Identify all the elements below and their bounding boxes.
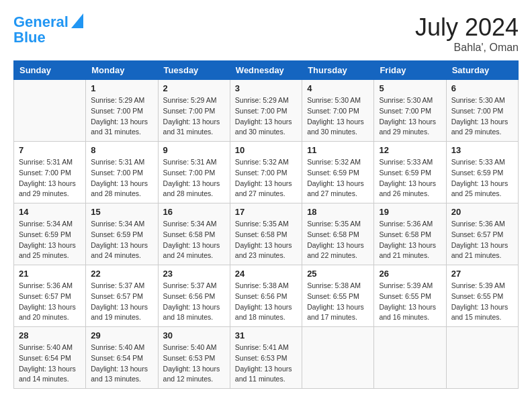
- day-number: 23: [163, 269, 225, 279]
- day-number: 14: [19, 207, 81, 217]
- day-number: 10: [235, 145, 297, 155]
- week-row-1: 1Sunrise: 5:29 AMSunset: 7:00 PMDaylight…: [14, 80, 519, 142]
- day-number: 30: [163, 330, 225, 340]
- calendar-cell: 27Sunrise: 5:39 AMSunset: 6:55 PMDayligh…: [446, 265, 518, 327]
- day-number: 22: [91, 269, 152, 279]
- day-info: Sunrise: 5:36 AMSunset: 6:57 PMDaylight:…: [451, 219, 513, 261]
- day-number: 28: [19, 330, 81, 340]
- day-info: Sunrise: 5:34 AMSunset: 6:59 PMDaylight:…: [91, 219, 152, 261]
- day-info: Sunrise: 5:32 AMSunset: 7:00 PMDaylight:…: [235, 157, 297, 199]
- calendar-cell: 10Sunrise: 5:32 AMSunset: 7:00 PMDayligh…: [230, 142, 302, 203]
- day-info: Sunrise: 5:40 AMSunset: 6:53 PMDaylight:…: [163, 342, 225, 385]
- calendar-cell: 20Sunrise: 5:36 AMSunset: 6:57 PMDayligh…: [446, 203, 518, 265]
- logo-text: General: [13, 14, 69, 30]
- title-block: July 2024 Bahla', Oman: [415, 13, 519, 54]
- calendar-cell: 22Sunrise: 5:37 AMSunset: 6:57 PMDayligh…: [86, 265, 158, 327]
- day-info: Sunrise: 5:30 AMSunset: 7:00 PMDaylight:…: [307, 95, 369, 138]
- calendar-header-row: SundayMondayTuesdayWednesdayThursdayFrid…: [14, 61, 519, 80]
- calendar-table: SundayMondayTuesdayWednesdayThursdayFrid…: [13, 60, 519, 389]
- day-number: 12: [379, 145, 441, 155]
- day-number: 15: [91, 207, 152, 217]
- col-header-thursday: Thursday: [302, 61, 374, 80]
- day-info: Sunrise: 5:33 AMSunset: 6:59 PMDaylight:…: [451, 157, 513, 199]
- svg-marker-0: [71, 13, 83, 28]
- day-number: 13: [451, 145, 513, 155]
- day-info: Sunrise: 5:34 AMSunset: 6:58 PMDaylight:…: [163, 219, 225, 261]
- week-row-4: 21Sunrise: 5:36 AMSunset: 6:57 PMDayligh…: [14, 265, 519, 327]
- calendar-cell: 31Sunrise: 5:41 AMSunset: 6:53 PMDayligh…: [230, 327, 302, 389]
- col-header-monday: Monday: [86, 61, 158, 80]
- day-info: Sunrise: 5:39 AMSunset: 6:55 PMDaylight:…: [379, 281, 441, 323]
- calendar-cell: 24Sunrise: 5:38 AMSunset: 6:56 PMDayligh…: [230, 265, 302, 327]
- day-info: Sunrise: 5:29 AMSunset: 7:00 PMDaylight:…: [163, 95, 225, 138]
- day-number: 25: [307, 269, 369, 279]
- col-header-friday: Friday: [374, 61, 446, 80]
- calendar-cell: 12Sunrise: 5:33 AMSunset: 6:59 PMDayligh…: [374, 142, 446, 203]
- day-number: 6: [451, 83, 513, 93]
- calendar-cell: 30Sunrise: 5:40 AMSunset: 6:53 PMDayligh…: [158, 327, 230, 389]
- calendar-cell: 14Sunrise: 5:34 AMSunset: 6:59 PMDayligh…: [14, 203, 86, 265]
- day-info: Sunrise: 5:40 AMSunset: 6:54 PMDaylight:…: [19, 342, 81, 385]
- day-number: 4: [307, 83, 369, 93]
- day-info: Sunrise: 5:34 AMSunset: 6:59 PMDaylight:…: [19, 219, 81, 261]
- day-info: Sunrise: 5:33 AMSunset: 6:59 PMDaylight:…: [379, 157, 441, 199]
- calendar-cell: 1Sunrise: 5:29 AMSunset: 7:00 PMDaylight…: [86, 80, 158, 142]
- day-number: 16: [163, 207, 225, 217]
- calendar-cell: 19Sunrise: 5:36 AMSunset: 6:58 PMDayligh…: [374, 203, 446, 265]
- month-year: July 2024: [415, 13, 519, 42]
- day-number: 1: [91, 83, 152, 93]
- day-info: Sunrise: 5:32 AMSunset: 6:59 PMDaylight:…: [307, 157, 369, 199]
- calendar-cell: 8Sunrise: 5:31 AMSunset: 7:00 PMDaylight…: [86, 142, 158, 203]
- calendar-cell: 23Sunrise: 5:37 AMSunset: 6:56 PMDayligh…: [158, 265, 230, 327]
- logo-icon: [71, 13, 83, 28]
- day-info: Sunrise: 5:38 AMSunset: 6:56 PMDaylight:…: [235, 281, 297, 323]
- day-info: Sunrise: 5:35 AMSunset: 6:58 PMDaylight:…: [307, 219, 369, 261]
- day-number: 26: [379, 269, 441, 279]
- calendar-cell: 21Sunrise: 5:36 AMSunset: 6:57 PMDayligh…: [14, 265, 86, 327]
- calendar-cell: 29Sunrise: 5:40 AMSunset: 6:54 PMDayligh…: [86, 327, 158, 389]
- day-number: 29: [91, 330, 152, 340]
- calendar-cell: [446, 327, 518, 389]
- day-number: 21: [19, 269, 81, 279]
- calendar-cell: 2Sunrise: 5:29 AMSunset: 7:00 PMDaylight…: [158, 80, 230, 142]
- day-number: 18: [307, 207, 369, 217]
- calendar-cell: 7Sunrise: 5:31 AMSunset: 7:00 PMDaylight…: [14, 142, 86, 203]
- day-info: Sunrise: 5:30 AMSunset: 7:00 PMDaylight:…: [451, 95, 513, 138]
- day-info: Sunrise: 5:37 AMSunset: 6:56 PMDaylight:…: [163, 281, 225, 323]
- calendar-cell: 17Sunrise: 5:35 AMSunset: 6:58 PMDayligh…: [230, 203, 302, 265]
- col-header-saturday: Saturday: [446, 61, 518, 80]
- day-info: Sunrise: 5:29 AMSunset: 7:00 PMDaylight:…: [235, 95, 297, 138]
- calendar-cell: 4Sunrise: 5:30 AMSunset: 7:00 PMDaylight…: [302, 80, 374, 142]
- col-header-wednesday: Wednesday: [230, 61, 302, 80]
- day-info: Sunrise: 5:29 AMSunset: 7:00 PMDaylight:…: [91, 95, 152, 138]
- logo: General Blue: [13, 13, 83, 46]
- calendar-cell: 6Sunrise: 5:30 AMSunset: 7:00 PMDaylight…: [446, 80, 518, 142]
- calendar-cell: 5Sunrise: 5:30 AMSunset: 7:00 PMDaylight…: [374, 80, 446, 142]
- calendar-cell: 25Sunrise: 5:38 AMSunset: 6:55 PMDayligh…: [302, 265, 374, 327]
- calendar-cell: 15Sunrise: 5:34 AMSunset: 6:59 PMDayligh…: [86, 203, 158, 265]
- calendar-cell: 16Sunrise: 5:34 AMSunset: 6:58 PMDayligh…: [158, 203, 230, 265]
- day-number: 2: [163, 83, 225, 93]
- calendar-cell: 28Sunrise: 5:40 AMSunset: 6:54 PMDayligh…: [14, 327, 86, 389]
- day-info: Sunrise: 5:35 AMSunset: 6:58 PMDaylight:…: [235, 219, 297, 261]
- col-header-sunday: Sunday: [14, 61, 86, 80]
- day-number: 8: [91, 145, 152, 155]
- day-number: 3: [235, 83, 297, 93]
- day-number: 11: [307, 145, 369, 155]
- day-number: 24: [235, 269, 297, 279]
- logo-text-blue: Blue: [13, 30, 46, 46]
- calendar-cell: [14, 80, 86, 142]
- page-header: General Blue July 2024 Bahla', Oman: [13, 13, 519, 54]
- calendar-cell: 11Sunrise: 5:32 AMSunset: 6:59 PMDayligh…: [302, 142, 374, 203]
- day-number: 27: [451, 269, 513, 279]
- day-info: Sunrise: 5:31 AMSunset: 7:00 PMDaylight:…: [91, 157, 152, 199]
- day-info: Sunrise: 5:30 AMSunset: 7:00 PMDaylight:…: [379, 95, 441, 138]
- day-info: Sunrise: 5:36 AMSunset: 6:57 PMDaylight:…: [19, 281, 81, 323]
- location: Bahla', Oman: [415, 42, 519, 54]
- day-info: Sunrise: 5:41 AMSunset: 6:53 PMDaylight:…: [235, 342, 297, 385]
- day-number: 19: [379, 207, 441, 217]
- day-info: Sunrise: 5:38 AMSunset: 6:55 PMDaylight:…: [307, 281, 369, 323]
- day-number: 17: [235, 207, 297, 217]
- day-number: 5: [379, 83, 441, 93]
- day-number: 20: [451, 207, 513, 217]
